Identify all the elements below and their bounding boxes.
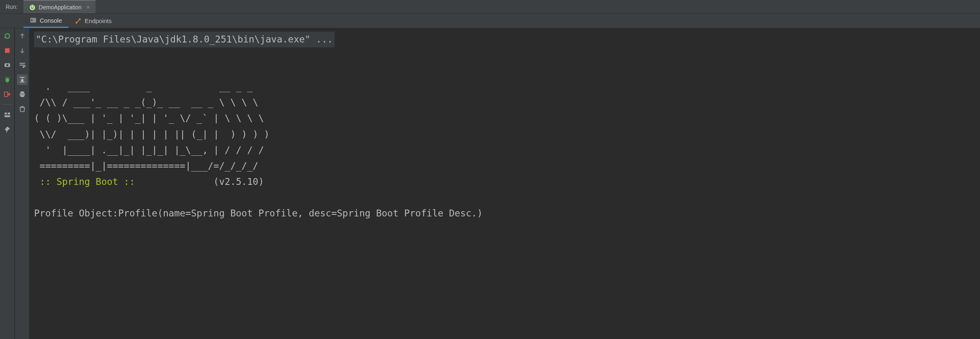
gutter-divider bbox=[2, 104, 12, 105]
stop-button[interactable] bbox=[2, 45, 13, 56]
svg-rect-4 bbox=[5, 48, 9, 53]
tab-console-label: Console bbox=[40, 17, 62, 24]
scroll-up-icon[interactable] bbox=[17, 31, 28, 41]
spring-banner-line: . ____ _ __ _ _ bbox=[34, 81, 253, 92]
tool-tabs: Console Endpoints bbox=[0, 14, 980, 28]
spring-banner-line: /\\ / ___'_ __ _ _(_)_ __ __ _ \ \ \ \ bbox=[34, 97, 258, 108]
console-command-line[interactable]: "C:\Program Files\Java\jdk1.8.0_251\bin\… bbox=[34, 32, 334, 47]
scroll-down-icon[interactable] bbox=[17, 45, 28, 56]
layout-settings-button[interactable] bbox=[2, 110, 13, 120]
spring-banner-line: \\/ ___)| |_)| | | | | || (_| | ) ) ) ) bbox=[34, 129, 270, 140]
run-config-name: DemoApplication bbox=[39, 4, 82, 11]
tab-endpoints[interactable]: Endpoints bbox=[68, 14, 118, 28]
run-actions-gutter bbox=[0, 28, 15, 339]
run-label: Run: bbox=[0, 0, 23, 13]
spring-boot-version: (v2.5.10) bbox=[141, 176, 264, 187]
svg-point-7 bbox=[5, 78, 9, 83]
print-button[interactable] bbox=[17, 89, 28, 100]
scroll-to-end-button[interactable] bbox=[17, 74, 28, 85]
svg-rect-1 bbox=[30, 18, 36, 23]
spring-banner-line: ( ( )\___ | '_ | '_| | '_ \/ _` | \ \ \ … bbox=[34, 113, 264, 123]
run-toolwindow-body: "C:\Program Files\Java\jdk1.8.0_251\bin\… bbox=[0, 28, 980, 339]
soft-wrap-button[interactable] bbox=[17, 60, 28, 70]
svg-point-3 bbox=[79, 18, 81, 20]
spring-banner-line: =========|_|==============|___/=/_/_/_/ bbox=[34, 161, 258, 171]
run-toolwindow-header: Run: DemoApplication × bbox=[0, 0, 980, 14]
svg-rect-12 bbox=[20, 91, 24, 93]
clear-all-button[interactable] bbox=[17, 104, 28, 114]
svg-rect-9 bbox=[4, 112, 7, 114]
endpoints-icon bbox=[75, 18, 81, 24]
dump-threads-button[interactable] bbox=[2, 60, 13, 70]
rerun-button[interactable] bbox=[2, 31, 13, 41]
svg-rect-11 bbox=[4, 115, 10, 117]
tab-console[interactable]: Console bbox=[23, 14, 68, 28]
svg-point-6 bbox=[6, 64, 8, 66]
console-icon bbox=[30, 17, 36, 23]
svg-point-2 bbox=[76, 21, 78, 23]
spring-boot-icon bbox=[29, 4, 36, 11]
console-output[interactable]: "C:\Program Files\Java\jdk1.8.0_251\bin\… bbox=[29, 28, 980, 339]
tab-endpoints-label: Endpoints bbox=[85, 17, 112, 24]
exit-button[interactable] bbox=[2, 89, 13, 100]
console-log-line: Profile Object:Profile(name=Spring Boot … bbox=[34, 208, 483, 218]
spring-boot-tag: :: Spring Boot :: bbox=[34, 176, 141, 187]
spring-banner-line: ' |____| .__|_| |_|_| |_\__, | / / / / bbox=[34, 145, 264, 155]
console-actions-gutter bbox=[15, 28, 29, 339]
run-config-tab[interactable]: DemoApplication × bbox=[23, 0, 96, 13]
svg-rect-14 bbox=[20, 95, 24, 97]
pin-tab-button[interactable] bbox=[2, 124, 13, 135]
svg-rect-8 bbox=[4, 92, 8, 96]
close-icon[interactable]: × bbox=[85, 4, 89, 11]
svg-rect-10 bbox=[8, 112, 10, 114]
attach-debugger-button[interactable] bbox=[2, 74, 13, 85]
